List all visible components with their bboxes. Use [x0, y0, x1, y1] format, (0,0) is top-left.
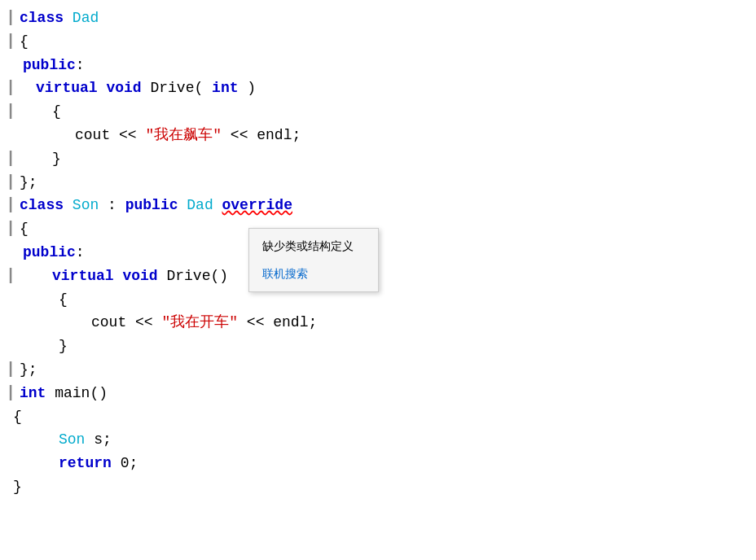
keyword-public-2: public [125, 197, 178, 213]
main-func: main() [55, 385, 108, 401]
keyword-virtual-1: virtual [36, 80, 98, 96]
code-line-8: ▎ }; [7, 171, 756, 195]
cout-2: cout << [91, 314, 161, 330]
context-menu-item-2[interactable]: 联机搜索 [249, 260, 378, 287]
method-drive-1: Drive( [150, 80, 203, 96]
keyword-public-3: public [23, 244, 76, 260]
type-son: Son [59, 431, 85, 448]
code-line-7: ▎ } [7, 147, 756, 171]
code-editor: ▎ class Dad ▎ { public: ▎ virtual void D… [0, 0, 756, 505]
class-name-son: Son [73, 197, 99, 213]
line-marker-9: ▎ [10, 196, 20, 217]
code-line-6: cout << "我在飙车" << endl; [7, 124, 756, 147]
line-marker-7: ▎ [10, 150, 20, 171]
keyword-void-2: void [122, 268, 157, 284]
code-line-1: ▎ class Dad [7, 7, 756, 30]
code-line-16: ▎ }; [7, 358, 756, 382]
line-marker-5: ▎ [10, 103, 20, 124]
code-line-21: } [7, 475, 756, 499]
string-1: "我在飙车" [145, 127, 222, 143]
brace-open-5: { [13, 409, 22, 425]
brace-close-3: } [13, 479, 22, 495]
code-line-12: ▎ virtual void Drive() [7, 265, 756, 288]
line-marker-10: ▎ [10, 220, 20, 241]
keyword-override: override [222, 197, 292, 213]
cout-1: cout << [75, 127, 145, 143]
line-marker-8: ▎ [10, 173, 20, 195]
class-name-dad-2: Dad [187, 197, 213, 213]
code-line-5: ▎ { [7, 100, 756, 124]
code-line-10: ▎ { [7, 217, 756, 241]
keyword-class: class [20, 10, 64, 26]
keyword-public-1: public [23, 57, 76, 73]
code-line-15: } [7, 335, 756, 358]
code-line-19: Son s; [7, 428, 756, 452]
code-line-4: ▎ virtual void Drive( int ) [7, 77, 756, 100]
keyword-virtual-2: virtual [52, 268, 114, 284]
keyword-int: int [212, 80, 238, 96]
brace-open-3: { [20, 221, 29, 237]
code-line-2: ▎ { [7, 30, 756, 54]
line-marker-12: ▎ [10, 267, 20, 288]
brace-end-2: }; [20, 361, 37, 378]
code-line-18: { [7, 405, 756, 429]
code-line-14: cout << "我在开车" << endl; [7, 311, 756, 335]
method-drive-2: Drive() [166, 268, 228, 284]
keyword-class-2: class [20, 197, 64, 213]
line-marker-4: ▎ [10, 79, 20, 100]
class-name-dad: Dad [73, 10, 99, 26]
brace-close-2: } [59, 338, 68, 354]
keyword-return: return [59, 455, 112, 471]
keyword-int: int [20, 385, 46, 401]
keyword-void-1: void [106, 80, 141, 96]
code-line-11: public: [7, 241, 756, 265]
brace-open-1: { [20, 33, 29, 50]
code-line-17: ▎ int main() [7, 382, 756, 405]
line-marker-2: ▎ [10, 33, 20, 54]
code-line-3: public: [7, 54, 756, 77]
brace-open-4: { [59, 291, 68, 308]
context-menu-item-1[interactable]: 缺少类或结构定义 [249, 232, 378, 260]
code-line-20: return 0; [7, 452, 756, 475]
var-s: s; [94, 431, 112, 448]
brace-end-1: }; [20, 174, 37, 190]
line-marker-16: ▎ [10, 361, 20, 382]
code-line-13: { [7, 288, 756, 312]
code-line-9: ▎ class Son : public Dad override [7, 194, 756, 217]
string-2: "我在开车" [161, 314, 238, 330]
context-menu: 缺少类或结构定义 联机搜索 [248, 228, 379, 292]
line-marker-1: ▎ [10, 9, 20, 30]
brace-close-1: } [52, 151, 61, 167]
line-marker-17: ▎ [10, 384, 20, 405]
brace-open-2: { [52, 103, 61, 120]
